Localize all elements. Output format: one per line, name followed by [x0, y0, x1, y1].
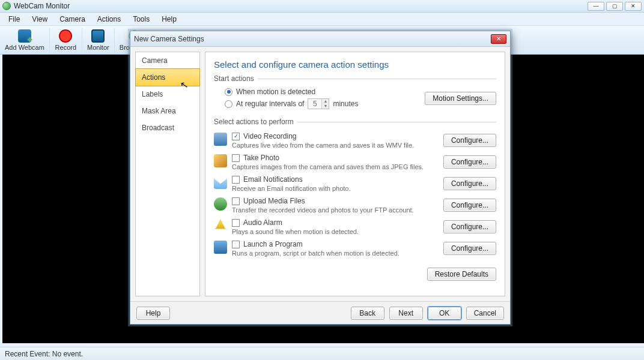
motion-settings-button[interactable]: Motion Settings...: [425, 92, 496, 105]
video-recording-icon: [214, 133, 227, 146]
close-button[interactable]: ✕: [625, 2, 642, 11]
next-button[interactable]: Next: [389, 307, 423, 320]
start-actions-legend: Start actions: [214, 74, 496, 83]
dialog-titlebar: New Camera Settings ✕: [130, 31, 510, 47]
nav-labels[interactable]: Labels: [136, 86, 199, 103]
action-upload-media: Upload Media Files Transfer the recorded…: [214, 194, 496, 216]
nav-mask-area[interactable]: Mask Area: [136, 103, 199, 119]
action-video-recording: Video Recording Captures live video from…: [214, 130, 496, 151]
action-title: Audio Alarm: [243, 218, 282, 227]
menu-view[interactable]: View: [26, 13, 53, 25]
configure-video-button[interactable]: Configure...: [443, 134, 496, 147]
select-actions-group: Select actions to perform Video Recordin…: [214, 118, 496, 281]
dialog-content: Select and configure camera action setti…: [205, 52, 505, 296]
interval-value: 5: [308, 100, 321, 108]
configure-upload-button[interactable]: Configure...: [443, 199, 496, 212]
ok-button[interactable]: OK: [428, 307, 461, 320]
checkbox-take-photo[interactable]: [232, 154, 240, 162]
app-icon: [2, 2, 11, 10]
dialog-nav: Camera Actions Labels Mask Area Broadcas…: [135, 52, 200, 296]
statusbar: Recent Event: No event.: [0, 347, 644, 360]
radio-motion-detected[interactable]: [225, 88, 232, 96]
cancel-button[interactable]: Cancel: [466, 307, 504, 320]
configure-photo-button[interactable]: Configure...: [443, 155, 496, 169]
dialog-title: New Camera Settings: [134, 35, 204, 43]
restore-defaults-button[interactable]: Restore Defaults: [427, 268, 496, 281]
configure-launch-button[interactable]: Configure...: [443, 242, 496, 255]
radio-interval-post: minutes: [333, 100, 358, 108]
bell-icon: [214, 219, 227, 232]
toolbar-add-label: Add Webcam: [5, 44, 44, 51]
titlebar: WebCam Monitor — ▢ ✕: [0, 0, 644, 13]
menu-camera[interactable]: Camera: [53, 13, 91, 25]
action-desc: Captures images from the camera and save…: [232, 163, 439, 170]
interval-spinner[interactable]: 5 ▲▼: [308, 98, 329, 109]
configure-email-button[interactable]: Configure...: [443, 177, 496, 190]
help-button[interactable]: Help: [136, 307, 170, 320]
action-title: Take Photo: [243, 154, 279, 162]
toolbar-monitor-label: Monitor: [87, 44, 109, 51]
checkbox-video-recording[interactable]: [232, 133, 240, 140]
monitor-icon: [91, 29, 105, 43]
dialog-close-button[interactable]: ✕: [491, 34, 506, 44]
action-title: Email Notifications: [243, 175, 303, 184]
configure-alarm-button[interactable]: Configure...: [443, 220, 496, 233]
program-icon: [214, 241, 227, 254]
status-text: Recent Event: No event.: [5, 350, 83, 358]
toolbar-record[interactable]: Record: [49, 28, 82, 52]
menu-actions[interactable]: Actions: [91, 13, 127, 25]
nav-actions[interactable]: Actions: [135, 68, 200, 86]
record-icon: [59, 29, 72, 43]
start-actions-group: Start actions When motion is detected At…: [214, 74, 496, 110]
action-desc: Transfer the recorded videos and photos …: [232, 206, 439, 214]
checkbox-upload[interactable]: [232, 197, 240, 205]
nav-camera[interactable]: Camera: [136, 52, 199, 69]
back-button[interactable]: Back: [351, 307, 384, 320]
action-title: Video Recording: [243, 132, 297, 140]
minimize-button[interactable]: —: [588, 2, 604, 11]
toolbar-monitor[interactable]: Monitor: [82, 28, 114, 52]
action-title: Launch a Program: [243, 240, 303, 248]
menubar: File View Camera Actions Tools Help: [0, 13, 644, 26]
menu-file[interactable]: File: [2, 13, 26, 25]
action-desc: Runs a program, script or batch when mot…: [232, 250, 439, 257]
app-title: WebCam Monitor: [14, 2, 586, 10]
webcam-add-icon: [18, 29, 31, 43]
content-heading: Select and configure camera action setti…: [214, 59, 496, 70]
menu-help[interactable]: Help: [156, 13, 183, 25]
action-take-photo: Take Photo Captures images from the came…: [214, 151, 496, 173]
upload-icon: [214, 197, 227, 211]
menu-tools[interactable]: Tools: [127, 13, 156, 25]
action-audio-alarm: Audio Alarm Plays a sound file when moti…: [214, 216, 496, 238]
radio-interval-pre: At regular intervals of: [236, 100, 304, 108]
new-camera-settings-dialog: New Camera Settings ✕ Camera Actions Lab…: [130, 31, 511, 325]
checkbox-alarm[interactable]: [232, 219, 240, 227]
select-actions-legend: Select actions to perform: [214, 118, 496, 126]
maximize-button[interactable]: ▢: [606, 2, 623, 11]
action-launch-program: Launch a Program Runs a program, script …: [214, 238, 496, 259]
radio-regular-interval[interactable]: [225, 100, 232, 108]
toolbar-add-webcam[interactable]: Add Webcam: [0, 28, 49, 52]
action-desc: Receive an Email notification with photo…: [232, 185, 439, 192]
checkbox-email[interactable]: [232, 176, 240, 184]
action-desc: Plays a sound file when motion is detect…: [232, 228, 439, 235]
checkbox-launch[interactable]: [232, 241, 240, 248]
action-desc: Captures live video from the camera and …: [232, 142, 439, 149]
email-icon: [214, 176, 227, 189]
radio-motion-label: When motion is detected: [236, 88, 315, 96]
dialog-footer: Help Back Next OK Cancel: [130, 301, 510, 324]
nav-broadcast[interactable]: Broadcast: [136, 119, 199, 136]
action-email-notifications: Email Notifications Receive an Email not…: [214, 173, 496, 194]
spinner-buttons-icon[interactable]: ▲▼: [321, 99, 329, 109]
action-title: Upload Media Files: [243, 197, 305, 205]
toolbar-record-label: Record: [55, 44, 77, 51]
take-photo-icon: [214, 154, 227, 167]
